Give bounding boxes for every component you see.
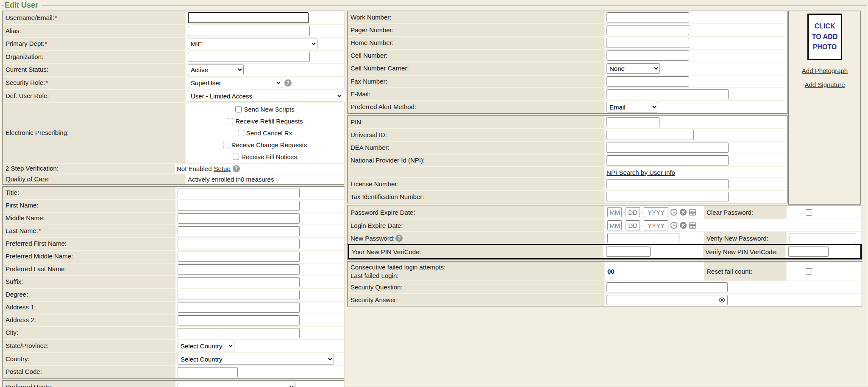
send-cancel-rx-checkbox[interactable] <box>238 130 244 136</box>
two-step-row: 2 Step Verification: Not Enabled Setup ? <box>3 163 344 174</box>
country-row: Country: Select Country <box>3 352 344 365</box>
npi-search-row: NPI Search by User Info <box>348 166 787 177</box>
cell-carrier-select[interactable]: None <box>606 63 660 74</box>
clear-date-icon[interactable] <box>679 222 687 229</box>
quality-of-care-link[interactable]: Quality of Care <box>6 175 48 183</box>
receive-change-requests-checkbox[interactable] <box>223 142 229 148</box>
preferred-last-name-input[interactable] <box>178 264 300 275</box>
suffix-input[interactable] <box>178 277 300 287</box>
photo-placeholder[interactable]: CLICK TO ADD PHOTO <box>807 14 842 60</box>
password-expire-mm-input[interactable] <box>607 207 622 217</box>
work-number-input[interactable] <box>606 12 689 22</box>
alert-method-select[interactable]: Email <box>606 102 658 112</box>
def-user-role-select[interactable]: User - Limited Access <box>188 91 343 101</box>
cell-number-row: Cell Number: <box>348 49 787 62</box>
cell-number-input[interactable] <box>606 50 689 61</box>
npi-search-link[interactable]: NPI Search by User Info <box>606 169 675 176</box>
degree-input[interactable] <box>178 290 300 300</box>
pin-input[interactable] <box>606 117 659 127</box>
city-row: City: <box>3 326 344 339</box>
clock-icon[interactable] <box>670 222 678 229</box>
identifiers-panel: PIN: Universal ID: DEA Number: Nati <box>347 115 788 204</box>
primary-dept-select[interactable]: MIE <box>188 39 317 49</box>
password-expire-dd-input[interactable] <box>626 207 640 217</box>
address1-input[interactable] <box>178 303 300 313</box>
two-step-label: 2 Step Verification: <box>3 164 186 174</box>
calendar-icon[interactable] <box>689 222 696 229</box>
universal-id-input[interactable] <box>606 130 694 140</box>
two-step-setup-link[interactable]: Setup <box>214 165 231 172</box>
receive-fill-notices-checkbox[interactable] <box>233 154 239 160</box>
def-user-role-label: Def. User Role: <box>3 90 186 102</box>
security-question-input[interactable] <box>606 282 728 292</box>
fax-number-input[interactable] <box>606 76 689 87</box>
receive-refill-requests-checkbox[interactable] <box>227 118 233 124</box>
verify-new-password-input[interactable] <box>790 233 855 243</box>
pin-vericode-label: Your New PIN VeriCode: <box>349 245 604 258</box>
dea-number-input[interactable] <box>606 143 729 153</box>
security-answer-row: Security Answer: <box>348 293 862 306</box>
preferred-middle-name-input[interactable] <box>178 252 300 262</box>
suffix-label: Suffix: <box>3 276 176 288</box>
username-input[interactable] <box>188 12 309 23</box>
login-expire-yyyy-input[interactable] <box>644 220 668 230</box>
quality-of-care-label: Quality of Care: <box>3 174 186 184</box>
eye-icon[interactable] <box>718 297 725 303</box>
degree-row: Degree: <box>3 288 344 301</box>
clear-password-checkbox[interactable] <box>806 209 812 216</box>
password-expire-yyyy-input[interactable] <box>644 207 668 217</box>
home-number-input[interactable] <box>606 38 689 48</box>
pin-vericode-input[interactable] <box>606 247 651 257</box>
middle-name-input[interactable] <box>178 213 300 224</box>
login-expire-mm-input[interactable] <box>607 220 622 230</box>
security-answer-input[interactable] <box>606 295 728 305</box>
state-province-select[interactable]: Select Country <box>178 341 234 351</box>
last-name-input[interactable] <box>178 226 300 236</box>
login-expire-dd-input[interactable] <box>626 220 640 230</box>
postal-code-row: Postal Code: <box>3 365 344 378</box>
city-input[interactable] <box>178 328 300 338</box>
clear-date-icon[interactable] <box>679 208 687 216</box>
address2-input[interactable] <box>178 315 300 325</box>
receive-change-requests-option: Receive Change Requests <box>223 140 307 150</box>
license-number-input[interactable] <box>606 179 729 189</box>
new-password-input[interactable] <box>607 233 679 243</box>
security-role-select[interactable]: SuperUser <box>188 78 282 88</box>
cell-number-label: Cell Number: <box>348 50 605 62</box>
preferred-first-name-label: Preferred First Name: <box>3 238 176 250</box>
help-icon[interactable]: ? <box>233 165 240 172</box>
help-icon[interactable]: ? <box>395 235 403 242</box>
page-title: Edit User <box>4 1 42 10</box>
clear-password-label: Clear Password: <box>704 206 787 219</box>
address1-label: Address 1: <box>3 302 176 314</box>
help-icon[interactable]: ? <box>284 79 292 87</box>
title-input[interactable] <box>178 188 300 198</box>
add-photograph-link[interactable]: Add Photograph <box>802 67 848 74</box>
email-input[interactable] <box>606 89 729 99</box>
preferred-middle-name-label: Preferred Middle Name: <box>3 251 176 263</box>
add-signature-link[interactable]: Add Signature <box>804 81 845 88</box>
primary-dept-label: Primary Dept:* <box>3 38 186 50</box>
current-status-select[interactable]: Active <box>188 64 244 75</box>
verify-pin-vericode-input[interactable] <box>788 247 829 257</box>
security-question-label: Security Question: <box>348 281 605 293</box>
license-number-row: License Number: <box>348 177 787 190</box>
send-new-scripts-checkbox[interactable] <box>235 106 242 112</box>
alias-input[interactable] <box>188 26 310 36</box>
pager-number-input[interactable] <box>606 25 689 35</box>
npi-input[interactable] <box>606 155 729 165</box>
tax-id-input[interactable] <box>606 192 729 202</box>
city-label: City: <box>3 327 176 339</box>
organization-input[interactable] <box>188 52 310 62</box>
clock-icon[interactable] <box>670 208 678 216</box>
preferred-first-name-input[interactable] <box>178 239 300 249</box>
calendar-icon[interactable] <box>689 208 696 216</box>
first-name-input[interactable] <box>178 201 300 211</box>
username-label: Username/Email:* <box>3 11 186 24</box>
reset-fail-count-checkbox[interactable] <box>806 268 812 275</box>
country-select[interactable]: Select Country <box>178 354 334 365</box>
email-label: E-Mail: <box>348 88 605 100</box>
fax-number-row: Fax Number: <box>348 75 787 87</box>
preferred-route-select[interactable] <box>178 382 295 387</box>
postal-code-input[interactable] <box>178 367 238 377</box>
